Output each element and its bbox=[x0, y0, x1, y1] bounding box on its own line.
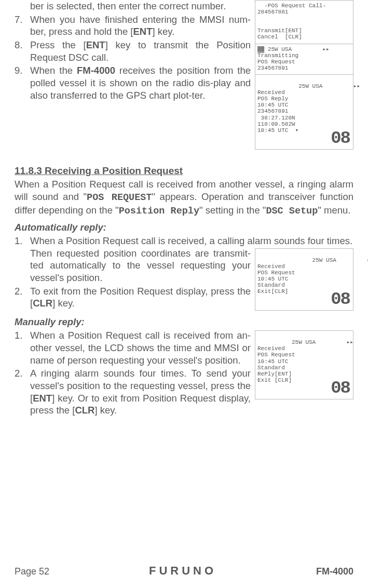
step-9-num: 9. bbox=[15, 64, 27, 77]
step-9: 9. When the FM-4000 receives the positio… bbox=[30, 64, 353, 101]
step-8-num: 8. bbox=[15, 39, 27, 51]
ent-key: ENT bbox=[86, 39, 105, 50]
ent-key: ENT bbox=[33, 393, 52, 404]
footer: Page 52 FURUNO FM-4000 bbox=[15, 564, 353, 578]
manual-reply-title: Manually reply: bbox=[15, 316, 353, 328]
clr-key: CLR bbox=[33, 298, 52, 309]
step-lead: ber is selected, then enter the correct … bbox=[30, 0, 353, 12]
auto-step-2: 2. To exit from the Position Request dis… bbox=[30, 285, 353, 310]
step-7-text-b: ] key. bbox=[153, 26, 175, 37]
auto-reply-title: Automatically reply: bbox=[15, 221, 353, 234]
section-intro: When a Position Request call is received… bbox=[15, 178, 353, 217]
manual-step-1-num: 1. bbox=[15, 329, 27, 342]
section-title-receiving: 11.8.3 Receiving a Position Request bbox=[15, 165, 353, 177]
fm-4000: FM-4000 bbox=[77, 65, 115, 76]
manual-step-2-text-b: ] key. Or to exit from Position Request … bbox=[30, 393, 251, 416]
manual-step-1: 1. When a Position Request call is recei… bbox=[30, 329, 353, 366]
step-9-text-a: When the bbox=[30, 65, 77, 76]
step-7: 7. When you have finished entering the M… bbox=[30, 14, 353, 38]
intro-g: " menu. bbox=[318, 205, 350, 216]
manual-step-list: 1. When a Position Request call is recei… bbox=[15, 329, 353, 417]
manual-step-2-text-c: ] key. bbox=[94, 405, 117, 416]
brand-logo: FURUNO bbox=[149, 564, 216, 578]
lcd-position-reply-label: Position Reply bbox=[119, 206, 199, 217]
page-number: Page 52 bbox=[15, 566, 49, 577]
ent-key: ENT bbox=[133, 26, 153, 37]
manual-step-2-num: 2. bbox=[15, 367, 27, 380]
manual-step-2: 2. A ringing alarm sounds four times. To… bbox=[30, 367, 353, 417]
auto-step-2-num: 2. bbox=[15, 285, 27, 298]
auto-step-1: 1. When a Position Request call is recei… bbox=[30, 235, 353, 284]
manual-step-1-text: When a Position Request call is received… bbox=[30, 330, 251, 365]
model-label: FM-4000 bbox=[316, 566, 353, 577]
clr-key: CLR bbox=[75, 405, 94, 416]
step-7-num: 7. bbox=[15, 14, 27, 26]
step-8-text-a: Press the [ bbox=[30, 39, 86, 50]
intro-e: " setting in the " bbox=[199, 205, 266, 216]
auto-step-2-text-b: ] key. bbox=[52, 298, 75, 309]
top-step-list: ber is selected, then enter the correct … bbox=[15, 0, 353, 101]
auto-step-1-num: 1. bbox=[15, 235, 27, 247]
auto-step-list: 1. When a Position Request call is recei… bbox=[15, 235, 353, 310]
lcd-dsc-setup-label: DSC Setup bbox=[266, 206, 318, 217]
step-lead-text: ber is selected, then enter the correct … bbox=[30, 1, 226, 11]
step-8: 8. Press the [ENT] key to transmit the P… bbox=[30, 39, 353, 63]
lcd-channel-08: 08 bbox=[331, 129, 350, 147]
lcd-pos-request-label: POS REQUEST bbox=[87, 192, 152, 203]
